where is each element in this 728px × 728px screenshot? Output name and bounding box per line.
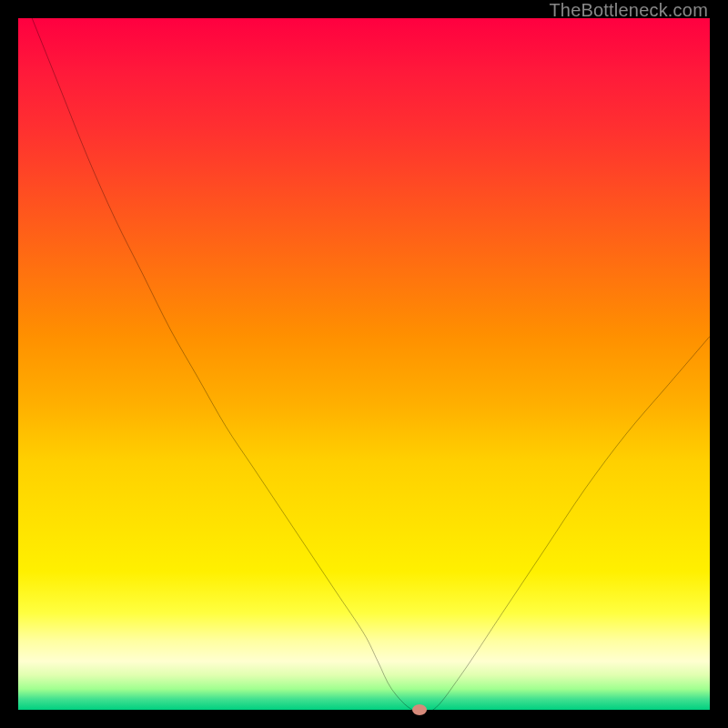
bottleneck-curve <box>18 18 710 710</box>
chart-frame: TheBottleneck.com <box>0 0 728 728</box>
optimal-point-marker <box>412 704 427 715</box>
plot-area <box>18 18 710 710</box>
watermark-text: TheBottleneck.com <box>549 0 708 21</box>
